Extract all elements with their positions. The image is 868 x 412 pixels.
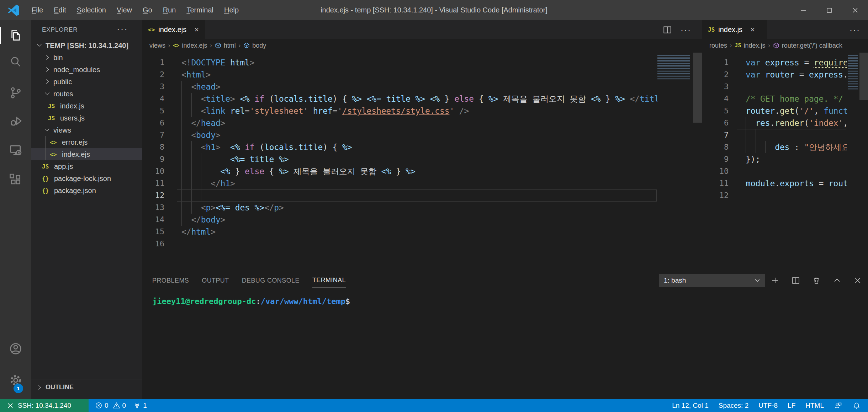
- accounts-icon[interactable]: [0, 339, 31, 359]
- menu-item[interactable]: View: [111, 0, 137, 20]
- run-debug-icon[interactable]: [0, 111, 31, 131]
- terminal-prompt[interactable]: jieey11@redredgroup-dc:/var/www/html/tem…: [152, 296, 350, 307]
- more-actions-icon[interactable]: ···: [681, 25, 691, 35]
- line-number: 5: [142, 105, 164, 117]
- menu-item[interactable]: Run: [158, 0, 181, 20]
- code-line[interactable]: 11 </h1>: [142, 177, 657, 189]
- code-line[interactable]: 1 var express = require('express');: [702, 57, 847, 69]
- kill-terminal-trash-icon[interactable]: [806, 273, 827, 288]
- maximize-panel-icon[interactable]: [827, 273, 847, 288]
- more-actions-icon[interactable]: ···: [850, 25, 860, 35]
- tree-file-package-json[interactable]: {}package.json: [31, 184, 142, 197]
- tree-folder-routes[interactable]: routes: [31, 88, 142, 100]
- code-line[interactable]: 1 <!DOCTYPE html>: [142, 57, 657, 69]
- code-line[interactable]: 10 <% } else { %> 제목을 불러오지 못함 <% } %>: [142, 165, 657, 177]
- code-line[interactable]: 6 </head>: [142, 117, 657, 129]
- search-icon[interactable]: [0, 52, 31, 72]
- tree-folder-bin[interactable]: bin: [31, 52, 142, 64]
- code-editor-index-js[interactable]: 1 var express = require('express'); 2 va…: [702, 52, 847, 271]
- tab-index-ejs[interactable]: <> index.ejs ×: [142, 20, 205, 39]
- code-line[interactable]: 9 <%= title %>: [142, 153, 657, 165]
- panel-tab[interactable]: PROBLEMS: [152, 273, 189, 288]
- code-line[interactable]: 4 /* GET home page. */: [702, 93, 847, 105]
- tab-index-js[interactable]: JS index.js ×: [702, 20, 767, 39]
- feedback-icon[interactable]: [829, 399, 847, 412]
- split-terminal-icon[interactable]: [785, 273, 806, 288]
- menu-item[interactable]: Terminal: [181, 0, 219, 20]
- code-line[interactable]: 10: [702, 165, 847, 177]
- tree-file-app-js[interactable]: JSapp.js: [31, 160, 142, 172]
- code-line[interactable]: 6 res.render('index', {: [702, 117, 847, 129]
- tree-folder-node-modules[interactable]: node_modules: [31, 64, 142, 76]
- panel-tab[interactable]: TERMINAL: [312, 272, 346, 288]
- code-line[interactable]: 9 });: [702, 153, 847, 165]
- remote-explorer-icon[interactable]: [0, 140, 31, 160]
- minimize-button[interactable]: [790, 0, 816, 20]
- tree-root-temp[interactable]: TEMP [SSH: 10.34.1.240]: [31, 39, 142, 52]
- code-line[interactable]: 2 <html>: [142, 69, 657, 81]
- outline-section[interactable]: OUTLINE: [31, 380, 142, 395]
- code-line[interactable]: 13 <p><%= des %></p>: [142, 202, 657, 214]
- tab-close-icon[interactable]: ×: [194, 26, 199, 34]
- tree-folder-views[interactable]: views: [31, 124, 142, 136]
- js-file-icon: JS: [708, 26, 715, 33]
- code-line[interactable]: 12: [142, 189, 657, 202]
- menu-item[interactable]: Go: [137, 0, 158, 20]
- notifications-bell-icon[interactable]: [847, 399, 868, 412]
- remote-indicator[interactable]: SSH: 10.34.1.240: [0, 399, 89, 412]
- explorer-more-icon[interactable]: ···: [117, 24, 128, 35]
- code-line[interactable]: 3: [702, 81, 847, 93]
- menu-item[interactable]: File: [26, 0, 48, 20]
- source-control-icon[interactable]: [0, 83, 31, 103]
- code-line[interactable]: 11 module.exports = router;: [702, 177, 847, 189]
- code-line[interactable]: 14 </body>: [142, 214, 657, 226]
- split-editor-icon[interactable]: [663, 25, 672, 34]
- tree-folder-public[interactable]: public: [31, 76, 142, 88]
- tree-file-index-ejs[interactable]: <>index.ejs: [31, 148, 142, 160]
- code-line[interactable]: 16: [142, 238, 657, 250]
- code-line[interactable]: 7 <body>: [142, 129, 657, 141]
- tree-file-users-js[interactable]: JSusers.js: [31, 112, 142, 124]
- scrollbar[interactable]: [693, 53, 702, 123]
- new-terminal-icon[interactable]: [765, 273, 785, 288]
- cursor-position[interactable]: Ln 12, Col 1: [667, 399, 713, 412]
- code-line[interactable]: 3 <head>: [142, 81, 657, 93]
- tree-file-package-lock-json[interactable]: {}package-lock.json: [31, 172, 142, 184]
- code-line[interactable]: 5 router.get('/', function(req, res, nex…: [702, 105, 847, 117]
- menu-item[interactable]: Edit: [48, 0, 71, 20]
- close-panel-icon[interactable]: [847, 273, 868, 288]
- close-button[interactable]: [842, 0, 868, 20]
- minimap[interactable]: [657, 55, 693, 80]
- eol-sequence[interactable]: LF: [783, 399, 800, 412]
- scrollbar[interactable]: [859, 53, 868, 100]
- menu-item[interactable]: Help: [219, 0, 244, 20]
- encoding[interactable]: UTF-8: [753, 399, 783, 412]
- code-line[interactable]: 4 <title> <% if (locals.title) { %> <%= …: [142, 93, 657, 105]
- language-mode[interactable]: HTML: [800, 399, 829, 412]
- tree-file-error-ejs[interactable]: <>error.ejs: [31, 136, 142, 148]
- minimap[interactable]: [848, 55, 859, 91]
- problems-status[interactable]: 0 0: [91, 399, 129, 412]
- code-line[interactable]: 15 </html>: [142, 226, 657, 238]
- code-line[interactable]: 8 <h1> <% if (locals.title) { %>: [142, 141, 657, 153]
- tree-file-index-js[interactable]: JSindex.js: [31, 100, 142, 112]
- maximize-button[interactable]: [816, 0, 842, 20]
- code-editor-index-ejs[interactable]: 1 <!DOCTYPE html> 2 <html> 3 <head> 4 <t…: [142, 52, 657, 271]
- breadcrumb-left[interactable]: views› <> index.ejs› html› body: [142, 39, 702, 52]
- tab-close-icon[interactable]: ×: [750, 26, 755, 34]
- breadcrumb-right[interactable]: routes› JS index.js› router.get('/') cal…: [702, 39, 868, 52]
- panel-tab[interactable]: OUTPUT: [202, 273, 229, 288]
- explorer-icon[interactable]: [0, 26, 31, 46]
- indentation[interactable]: Spaces: 2: [714, 399, 754, 412]
- code-line[interactable]: 7: [702, 129, 847, 141]
- code-line[interactable]: 8 des : "안녕하세요": [702, 141, 847, 153]
- code-line[interactable]: 2 var router = express.Router();: [702, 69, 847, 81]
- menu-item[interactable]: Selection: [72, 0, 111, 20]
- terminal-shell-select[interactable]: 1: bash: [659, 274, 765, 287]
- ports-status[interactable]: 1: [129, 399, 150, 412]
- panel-tab[interactable]: DEBUG CONSOLE: [242, 273, 300, 288]
- code-line[interactable]: 12: [702, 189, 847, 202]
- line-number: 8: [142, 141, 164, 153]
- code-line[interactable]: 5 <link rel='stylesheet' href='/styleshe…: [142, 105, 657, 117]
- extensions-icon[interactable]: [0, 170, 31, 190]
